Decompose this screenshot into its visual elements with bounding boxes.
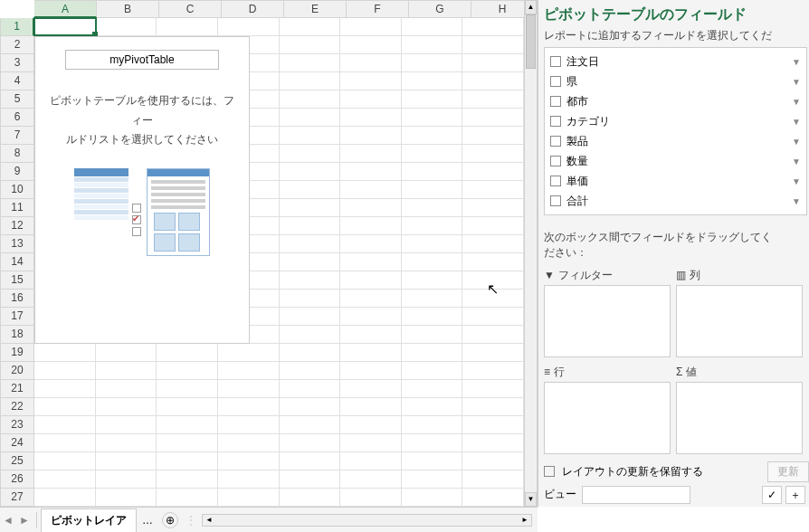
drag-instruction: 次のボックス間でフィールドをドラッグしてください： [544, 230, 809, 261]
row-header[interactable]: 23 [0, 416, 34, 434]
field-list[interactable]: 注文日▼ 県▼ 都市▼ カテゴリ▼ 製品▼ 数量▼ 単価▼ 合計▼ [544, 47, 807, 215]
view-label: ビュー [544, 487, 576, 502]
row-header[interactable]: 17 [0, 308, 34, 326]
row-header[interactable]: 3 [0, 54, 34, 72]
checkbox-icon[interactable] [550, 195, 561, 206]
row-header[interactable]: 7 [0, 127, 34, 145]
pivot-name: myPivotTable [65, 50, 219, 70]
field-item[interactable]: 製品▼ [548, 131, 803, 151]
row-header[interactable]: 24 [0, 434, 34, 452]
chevron-down-icon[interactable]: ▼ [792, 77, 801, 87]
chevron-down-icon[interactable]: ▼ [792, 196, 801, 206]
row-header[interactable]: 21 [0, 380, 34, 398]
row-header[interactable]: 26 [0, 470, 34, 489]
columns-icon: ▥ [676, 269, 686, 281]
col-header-e[interactable]: E [284, 0, 347, 18]
row-headers[interactable]: 1 2 3 4 5 6 7 8 9 10 11 12 13 14 15 16 1… [0, 18, 34, 507]
filter-area[interactable]: ▼フィルター [544, 266, 671, 357]
checkbox-icon[interactable] [550, 176, 561, 186]
scroll-right-button[interactable]: ► [519, 516, 531, 524]
values-area[interactable]: Σ値 [676, 363, 803, 454]
row-header[interactable]: 6 [0, 109, 34, 127]
field-item[interactable]: カテゴリ▼ [548, 111, 803, 131]
filter-icon: ▼ [544, 269, 555, 281]
values-drop-zone[interactable] [676, 382, 803, 454]
scroll-thumb[interactable] [526, 14, 536, 69]
sheet-tab-active[interactable]: ピボットレイア [41, 508, 137, 532]
col-header-g[interactable]: G [409, 0, 471, 18]
checkbox-icon [132, 204, 141, 213]
defer-checkbox[interactable] [544, 466, 555, 477]
row-header[interactable]: 2 [0, 36, 34, 54]
row-header[interactable]: 9 [0, 163, 34, 181]
field-item[interactable]: 単価▼ [548, 171, 803, 191]
row-header[interactable]: 22 [0, 398, 34, 416]
chevron-down-icon[interactable]: ▼ [792, 57, 801, 67]
row-header[interactable]: 12 [0, 217, 34, 235]
row-header[interactable]: 19 [0, 344, 34, 362]
row-header[interactable]: 27 [0, 489, 34, 507]
columns-drop-zone[interactable] [676, 285, 803, 357]
field-item[interactable]: 合計▼ [548, 191, 803, 211]
row-header[interactable]: 15 [0, 271, 34, 290]
field-item[interactable]: 注文日▼ [548, 52, 803, 71]
field-item[interactable]: 都市▼ [548, 91, 803, 111]
row-header[interactable]: 10 [0, 181, 34, 199]
row-header[interactable]: 4 [0, 72, 34, 90]
tab-nav-next[interactable]: ► [16, 514, 33, 527]
field-item[interactable]: 県▼ [548, 71, 803, 91]
pivot-fields-pane: ピボットテーブルのフィールド レポートに追加するフィールドを選択してくだ 注文日… [538, 0, 809, 507]
checkbox-checked-icon: ✔ [132, 215, 141, 224]
chevron-down-icon[interactable]: ▼ [792, 176, 801, 186]
checkbox-icon[interactable] [550, 76, 561, 87]
col-header-b[interactable]: B [97, 0, 159, 18]
view-add-button[interactable]: ＋ [785, 486, 805, 504]
scroll-left-button[interactable]: ◄ [203, 516, 215, 524]
checkbox-icon[interactable] [550, 156, 561, 166]
row-header[interactable]: 13 [0, 235, 34, 253]
chevron-down-icon[interactable]: ▼ [792, 137, 801, 147]
columns-area[interactable]: ▥列 [676, 266, 803, 357]
row-header[interactable]: 5 [0, 90, 34, 109]
scroll-down-button[interactable]: ▼ [525, 492, 537, 507]
col-header-c[interactable]: C [159, 0, 222, 18]
sheet-tab-bar[interactable]: ◄ ► ピボットレイア … ⊕ ⋮ ◄ ► [0, 507, 538, 532]
chevron-down-icon[interactable]: ▼ [792, 97, 801, 107]
tab-nav-prev[interactable]: ◄ [0, 514, 16, 527]
checkbox-icon[interactable] [550, 56, 561, 67]
checkbox-icon[interactable] [550, 96, 561, 107]
vertical-scrollbar[interactable]: ▲ ▼ [524, 0, 537, 507]
filter-drop-zone[interactable] [544, 285, 671, 357]
col-header-a[interactable]: A [34, 0, 97, 18]
checkbox-icon[interactable] [550, 116, 561, 127]
row-header[interactable]: 11 [0, 199, 34, 217]
row-header[interactable]: 20 [0, 362, 34, 380]
column-headers[interactable]: A B C D E F G H [34, 0, 534, 18]
worksheet-grid[interactable]: A B C D E F G H 1 2 3 4 5 6 7 8 9 10 11 … [0, 0, 538, 507]
defer-label: レイアウトの更新を保留する [562, 464, 703, 480]
rows-drop-zone[interactable] [544, 382, 671, 454]
rows-area[interactable]: ≡行 [544, 363, 671, 454]
horizontal-scrollbar[interactable]: ◄ ► [202, 514, 532, 527]
row-header[interactable]: 1 [0, 18, 34, 36]
row-header[interactable]: 18 [0, 326, 34, 344]
view-confirm-button[interactable]: ✓ [762, 486, 782, 504]
view-select[interactable] [582, 486, 690, 504]
pivot-placeholder[interactable]: myPivotTable ピボットテーブルを使用するには、フィー ルドリストを選… [34, 36, 250, 344]
row-header[interactable]: 8 [0, 145, 34, 163]
col-header-d[interactable]: D [222, 0, 284, 18]
row-header[interactable]: 14 [0, 253, 34, 271]
chevron-down-icon[interactable]: ▼ [792, 117, 801, 127]
checkbox-icon[interactable] [550, 136, 561, 147]
checkbox-icon [132, 227, 141, 236]
new-sheet-button[interactable]: ⊕ [162, 512, 178, 528]
row-header[interactable]: 25 [0, 452, 34, 470]
tab-overflow[interactable]: … [137, 514, 158, 527]
field-item[interactable]: 数量▼ [548, 151, 803, 171]
pivot-hint: ピボットテーブルを使用するには、フィー ルドリストを選択してください [48, 91, 236, 150]
row-header[interactable]: 16 [0, 290, 34, 308]
update-button[interactable]: 更新 [767, 461, 809, 482]
col-header-f[interactable]: F [347, 0, 409, 18]
chevron-down-icon[interactable]: ▼ [792, 157, 801, 166]
scroll-up-button[interactable]: ▲ [525, 0, 537, 14]
